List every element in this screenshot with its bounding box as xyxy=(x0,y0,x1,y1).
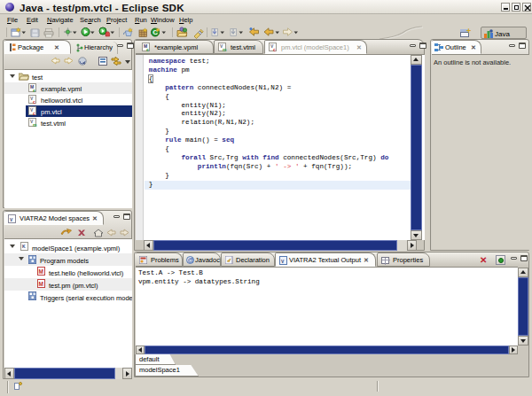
svg-text:@: @ xyxy=(188,257,194,263)
svg-text:M: M xyxy=(39,268,43,275)
svg-text:M: M xyxy=(39,281,43,287)
